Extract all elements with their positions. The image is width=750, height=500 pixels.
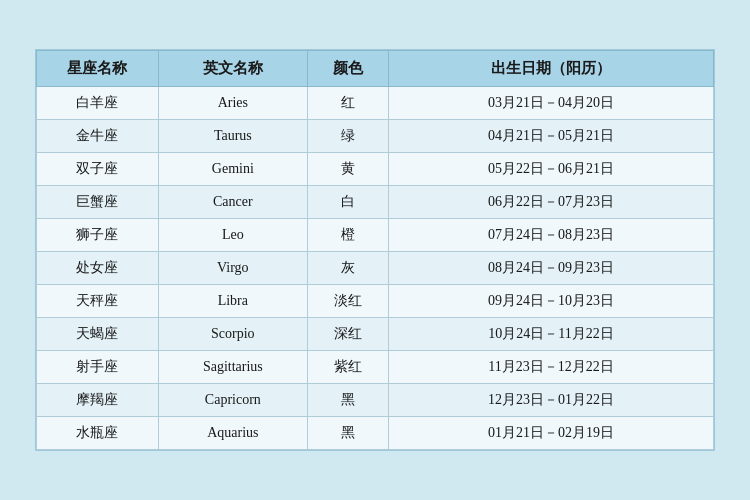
cell-en: Gemini — [158, 153, 307, 186]
cell-date: 07月24日－08月23日 — [389, 219, 714, 252]
cell-zh: 射手座 — [37, 351, 159, 384]
cell-zh: 金牛座 — [37, 120, 159, 153]
table-header-row: 星座名称 英文名称 颜色 出生日期（阳历） — [37, 51, 714, 87]
cell-en: Virgo — [158, 252, 307, 285]
cell-zh: 处女座 — [37, 252, 159, 285]
cell-en: Cancer — [158, 186, 307, 219]
cell-date: 03月21日－04月20日 — [389, 87, 714, 120]
table-row: 射手座Sagittarius紫红11月23日－12月22日 — [37, 351, 714, 384]
table-row: 金牛座Taurus绿04月21日－05月21日 — [37, 120, 714, 153]
header-date: 出生日期（阳历） — [389, 51, 714, 87]
cell-color: 红 — [307, 87, 388, 120]
table-row: 摩羯座Capricorn黑12月23日－01月22日 — [37, 384, 714, 417]
cell-color: 白 — [307, 186, 388, 219]
cell-date: 10月24日－11月22日 — [389, 318, 714, 351]
cell-color: 灰 — [307, 252, 388, 285]
table-row: 白羊座Aries红03月21日－04月20日 — [37, 87, 714, 120]
cell-en: Libra — [158, 285, 307, 318]
table-row: 巨蟹座Cancer白06月22日－07月23日 — [37, 186, 714, 219]
table-row: 天蝎座Scorpio深红10月24日－11月22日 — [37, 318, 714, 351]
cell-color: 黑 — [307, 384, 388, 417]
table-row: 处女座Virgo灰08月24日－09月23日 — [37, 252, 714, 285]
cell-en: Taurus — [158, 120, 307, 153]
cell-en: Aquarius — [158, 417, 307, 450]
cell-zh: 摩羯座 — [37, 384, 159, 417]
cell-en: Leo — [158, 219, 307, 252]
cell-zh: 天秤座 — [37, 285, 159, 318]
header-en: 英文名称 — [158, 51, 307, 87]
cell-date: 01月21日－02月19日 — [389, 417, 714, 450]
cell-zh: 天蝎座 — [37, 318, 159, 351]
cell-color: 黄 — [307, 153, 388, 186]
cell-zh: 狮子座 — [37, 219, 159, 252]
table-row: 狮子座Leo橙07月24日－08月23日 — [37, 219, 714, 252]
table-row: 天秤座Libra淡红09月24日－10月23日 — [37, 285, 714, 318]
cell-date: 12月23日－01月22日 — [389, 384, 714, 417]
cell-date: 06月22日－07月23日 — [389, 186, 714, 219]
cell-color: 绿 — [307, 120, 388, 153]
cell-en: Scorpio — [158, 318, 307, 351]
cell-date: 04月21日－05月21日 — [389, 120, 714, 153]
header-zh: 星座名称 — [37, 51, 159, 87]
zodiac-table: 星座名称 英文名称 颜色 出生日期（阳历） 白羊座Aries红03月21日－04… — [36, 50, 714, 450]
cell-en: Aries — [158, 87, 307, 120]
cell-zh: 巨蟹座 — [37, 186, 159, 219]
cell-date: 08月24日－09月23日 — [389, 252, 714, 285]
cell-color: 橙 — [307, 219, 388, 252]
cell-en: Capricorn — [158, 384, 307, 417]
zodiac-table-container: 星座名称 英文名称 颜色 出生日期（阳历） 白羊座Aries红03月21日－04… — [35, 49, 715, 451]
header-color: 颜色 — [307, 51, 388, 87]
cell-zh: 白羊座 — [37, 87, 159, 120]
cell-en: Sagittarius — [158, 351, 307, 384]
cell-color: 紫红 — [307, 351, 388, 384]
cell-date: 09月24日－10月23日 — [389, 285, 714, 318]
table-row: 双子座Gemini黄05月22日－06月21日 — [37, 153, 714, 186]
cell-date: 11月23日－12月22日 — [389, 351, 714, 384]
cell-zh: 水瓶座 — [37, 417, 159, 450]
cell-color: 深红 — [307, 318, 388, 351]
cell-date: 05月22日－06月21日 — [389, 153, 714, 186]
cell-color: 淡红 — [307, 285, 388, 318]
table-row: 水瓶座Aquarius黑01月21日－02月19日 — [37, 417, 714, 450]
cell-color: 黑 — [307, 417, 388, 450]
cell-zh: 双子座 — [37, 153, 159, 186]
